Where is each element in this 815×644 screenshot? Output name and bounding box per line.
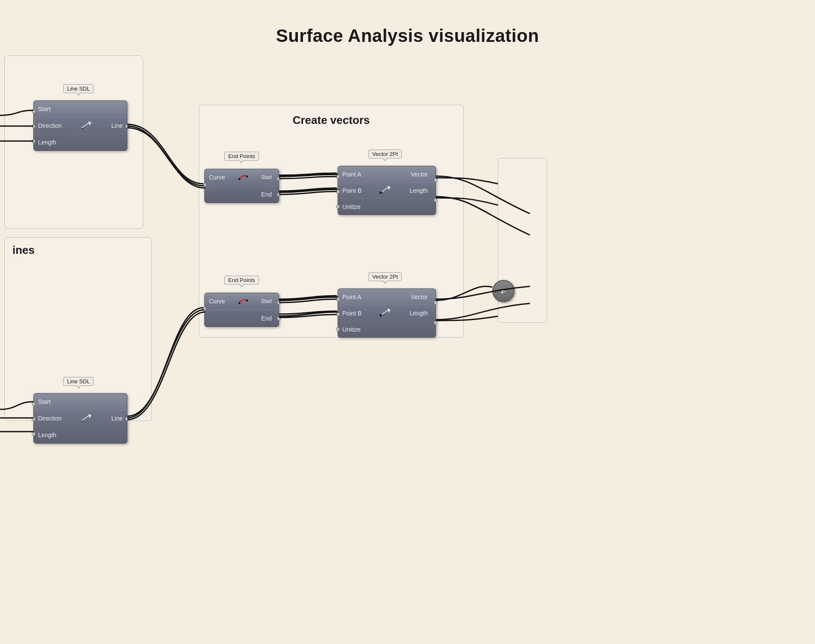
v2pt1-row-ptA: Point A Vector xyxy=(338,166,435,182)
sdl2-arrow-icon xyxy=(80,413,92,423)
node-sdl1[interactable]: Start Direction Line Length xyxy=(33,100,127,151)
lbl-v2pt1: Vector 2Pt xyxy=(368,150,402,159)
ep2-curve-icon xyxy=(238,297,249,305)
sdl1-arrow-icon xyxy=(80,121,92,130)
v2pt2-row-unitize: Unitize xyxy=(338,321,435,337)
v2pt1-row-unitize: Unitize xyxy=(338,199,435,215)
lbl-sdl2: Line SDL xyxy=(63,377,94,386)
v2pt2-arrow-icon xyxy=(380,308,391,317)
svg-line-0 xyxy=(81,122,90,128)
ep1-row-end: End xyxy=(205,186,279,203)
sdl2-row-length: Length xyxy=(34,427,127,443)
v2pt2-row-ptA: Point A Vector xyxy=(338,289,435,305)
ep1-row-curve: Curve Start xyxy=(205,169,279,186)
ep2-row-curve: Curve Start xyxy=(205,293,279,310)
ep2-row-end: End xyxy=(205,310,279,327)
svg-point-12 xyxy=(380,191,382,194)
sdl1-row-direction: Direction Line xyxy=(34,118,127,134)
v2pt1-row-ptB: Point B Length xyxy=(338,182,435,199)
svg-point-7 xyxy=(246,175,248,177)
node-v2pt1[interactable]: Point A Vector Point B Length Unitize xyxy=(338,166,436,215)
svg-point-9 xyxy=(246,299,248,301)
svg-point-8 xyxy=(238,302,240,304)
node-v2pt2[interactable]: Point A Vector Point B Length Unitize xyxy=(338,288,436,338)
lbl-sdl1: Line SDL xyxy=(63,84,94,93)
node-ep1[interactable]: Curve Start End xyxy=(204,169,279,203)
node-ep2[interactable]: Curve Start End xyxy=(204,293,279,327)
bottom-left-group-title: ines xyxy=(12,244,35,257)
svg-rect-5 xyxy=(81,421,84,422)
sdl2-row-direction: Direction Line xyxy=(34,410,127,427)
svg-point-6 xyxy=(238,178,240,180)
create-vectors-title: Create vectors xyxy=(199,114,463,127)
sdl1-row-length: Length xyxy=(34,134,127,150)
sdl1-row-start: Start xyxy=(34,101,127,118)
lbl-ep1: End Points xyxy=(224,152,259,161)
svg-rect-2 xyxy=(81,128,84,129)
svg-line-3 xyxy=(81,415,90,421)
v2pt2-row-ptB: Point B Length xyxy=(338,305,435,321)
v2pt1-arrow-icon xyxy=(380,185,391,194)
node-sdl2[interactable]: Start Direction Line Length xyxy=(33,393,127,444)
z-node[interactable]: z- xyxy=(492,280,515,302)
page-title: Surface Analysis visualization xyxy=(0,26,815,46)
sdl2-row-start: Start xyxy=(34,394,127,410)
lbl-ep2: End Points xyxy=(224,276,259,285)
lbl-v2pt2: Vector 2Pt xyxy=(368,272,402,281)
svg-point-15 xyxy=(380,314,382,317)
ep1-curve-icon xyxy=(238,173,249,181)
